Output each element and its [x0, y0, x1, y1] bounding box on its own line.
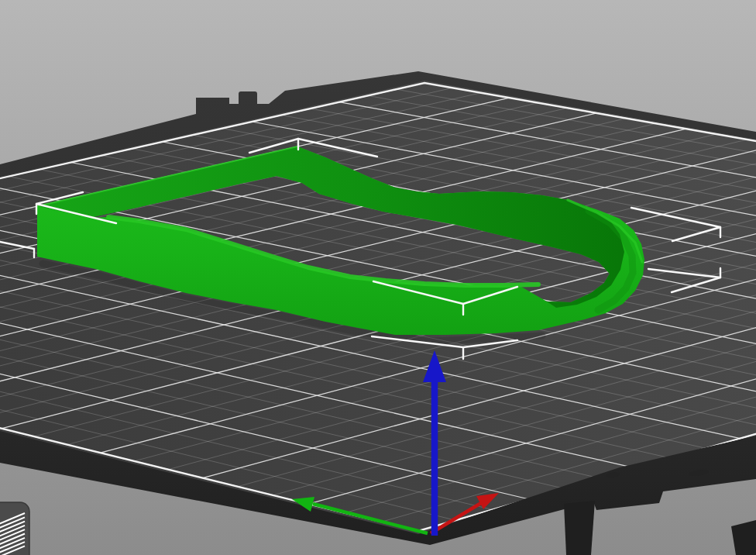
- 3d-viewport[interactable]: [0, 0, 756, 555]
- plate-foot-left: [564, 501, 595, 555]
- layer-stack-icon[interactable]: [0, 502, 29, 555]
